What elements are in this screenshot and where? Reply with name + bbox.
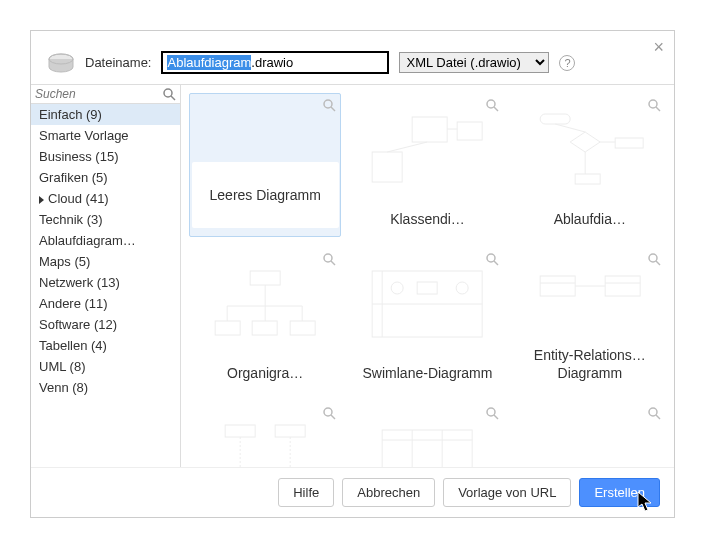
zoom-icon[interactable]: [322, 252, 336, 266]
svg-point-33: [487, 254, 495, 262]
svg-point-38: [391, 282, 403, 294]
sidebar-item-software[interactable]: Software (12): [31, 314, 180, 335]
svg-line-5: [331, 107, 335, 111]
svg-rect-15: [540, 114, 570, 124]
template-class[interactable]: Klassendi…: [351, 93, 503, 237]
zoom-icon[interactable]: [322, 406, 336, 420]
template-thumb: [362, 112, 492, 188]
svg-point-22: [324, 254, 332, 262]
svg-rect-8: [372, 152, 402, 182]
template-label: Swimlane-Diagramm: [357, 364, 499, 382]
zoom-icon[interactable]: [647, 252, 661, 266]
sidebar-item-maps[interactable]: Maps (5): [31, 251, 180, 272]
svg-rect-45: [605, 276, 640, 296]
svg-point-48: [324, 408, 332, 416]
svg-rect-25: [215, 321, 240, 335]
sidebar-item-grafiken[interactable]: Grafiken (5): [31, 167, 180, 188]
new-file-dialog: × Dateiname: Ablaufdiagram.drawio XML Da…: [30, 30, 675, 518]
template-label: Leeres Diagramm: [192, 162, 339, 228]
sidebar-item-andere[interactable]: Andere (11): [31, 293, 180, 314]
template-blank[interactable]: Leeres Diagramm: [189, 93, 341, 237]
close-icon[interactable]: ×: [653, 37, 664, 58]
sidebar-item-ablauf[interactable]: Ablaufdiagram…: [31, 230, 180, 251]
help-button[interactable]: Hilfe: [278, 478, 334, 507]
svg-line-7: [494, 107, 498, 111]
svg-line-42: [656, 261, 660, 265]
svg-point-6: [487, 100, 495, 108]
svg-rect-17: [615, 138, 643, 148]
template-thumb: [200, 266, 330, 342]
svg-line-55: [494, 415, 498, 419]
zoom-icon[interactable]: [647, 406, 661, 420]
svg-point-60: [649, 408, 657, 416]
template-thumb: [525, 266, 655, 342]
svg-line-3: [171, 96, 175, 100]
svg-line-49: [331, 415, 335, 419]
template-erd[interactable]: Entity-Relations…Diagramm: [514, 247, 666, 391]
search-icon[interactable]: [162, 87, 176, 101]
search-input[interactable]: [35, 87, 162, 101]
svg-rect-50: [225, 425, 255, 437]
sidebar-item-technik[interactable]: Technik (3): [31, 209, 180, 230]
zoom-icon[interactable]: [322, 98, 336, 112]
format-select[interactable]: XML Datei (.drawio): [399, 52, 549, 73]
template-simple[interactable]: Simple: [351, 401, 503, 467]
sidebar-item-venn[interactable]: Venn (8): [31, 377, 180, 398]
template-orgchart[interactable]: Organigra…: [189, 247, 341, 391]
cancel-button[interactable]: Abbrechen: [342, 478, 435, 507]
svg-rect-56: [382, 430, 472, 467]
zoom-icon[interactable]: [485, 98, 499, 112]
svg-marker-16: [570, 132, 600, 152]
template-label: Organigra…: [221, 364, 309, 382]
svg-line-34: [494, 261, 498, 265]
template-cross[interactable]: Cross-: [514, 401, 666, 467]
svg-rect-43: [540, 276, 575, 296]
template-thumb: [200, 420, 330, 467]
template-grid: Leeres Diagramm Klassendi… Ablaufdia… Or…: [181, 85, 674, 467]
svg-rect-24: [250, 271, 280, 285]
svg-rect-51: [275, 425, 305, 437]
template-label: Klassendi…: [384, 210, 471, 228]
sidebar-item-tabellen[interactable]: Tabellen (4): [31, 335, 180, 356]
svg-point-41: [649, 254, 657, 262]
sidebar: Einfach (9) Smarte Vorlage Business (15)…: [31, 85, 181, 467]
template-thumb: [362, 420, 492, 467]
svg-rect-26: [252, 321, 277, 335]
svg-rect-18: [575, 174, 600, 184]
zoom-icon[interactable]: [485, 406, 499, 420]
sidebar-item-uml[interactable]: UML (8): [31, 356, 180, 377]
search-row: [31, 85, 180, 104]
svg-rect-27: [290, 321, 315, 335]
template-thumb: [362, 266, 492, 342]
sidebar-item-business[interactable]: Business (15): [31, 146, 180, 167]
sidebar-item-cloud[interactable]: Cloud (41): [31, 188, 180, 209]
svg-rect-39: [417, 282, 437, 294]
svg-line-23: [331, 261, 335, 265]
zoom-icon[interactable]: [647, 98, 661, 112]
sidebar-item-einfach[interactable]: Einfach (9): [31, 104, 180, 125]
template-from-url-button[interactable]: Vorlage von URL: [443, 478, 571, 507]
svg-point-40: [456, 282, 468, 294]
svg-point-4: [324, 100, 332, 108]
sidebar-item-netzwerk[interactable]: Netzwerk (13): [31, 272, 180, 293]
svg-point-2: [164, 89, 172, 97]
sidebar-item-smarte[interactable]: Smarte Vorlage: [31, 125, 180, 146]
disk-icon: [47, 52, 75, 74]
dialog-body: Einfach (9) Smarte Vorlage Business (15)…: [31, 84, 674, 467]
zoom-icon[interactable]: [485, 252, 499, 266]
svg-rect-9: [412, 117, 447, 142]
help-icon[interactable]: ?: [559, 55, 575, 71]
filename-label: Dateiname:: [85, 55, 151, 70]
template-sequence[interactable]: Sequence: [189, 401, 341, 467]
svg-point-54: [487, 408, 495, 416]
template-thumb: [525, 112, 655, 188]
dialog-footer: Hilfe Abbrechen Vorlage von URL Erstelle…: [31, 467, 674, 517]
template-label: Ablaufdia…: [548, 210, 632, 228]
template-label: Entity-Relations…Diagramm: [515, 346, 665, 382]
filename-input[interactable]: Ablaufdiagram.drawio: [161, 51, 389, 74]
svg-rect-10: [457, 122, 482, 140]
template-swimlane[interactable]: Swimlane-Diagramm: [351, 247, 503, 391]
template-flowchart[interactable]: Ablaufdia…: [514, 93, 666, 237]
create-button[interactable]: Erstellen: [579, 478, 660, 507]
category-list: Einfach (9) Smarte Vorlage Business (15)…: [31, 104, 180, 467]
